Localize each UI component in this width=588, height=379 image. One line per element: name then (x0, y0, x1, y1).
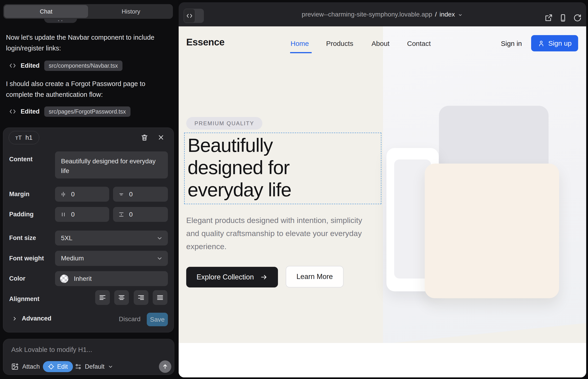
sign-up-button[interactable]: Sign up (531, 35, 578, 51)
font-weight-value: Medium (61, 255, 84, 262)
margin-vertical-icon (118, 191, 124, 198)
hero-description: Elegant products designed with intention… (186, 214, 365, 253)
model-select-label: Default (85, 363, 105, 370)
code-icon (9, 108, 16, 115)
tab-chat-label: Chat (40, 8, 52, 15)
tab-chat[interactable]: Chat (4, 5, 88, 18)
margin-horizontal-input[interactable]: 0 (55, 187, 109, 202)
advanced-label: Advanced (22, 315, 51, 322)
refresh-button[interactable] (573, 14, 582, 22)
padding-horizontal-input[interactable]: 0 (55, 207, 109, 222)
site-logo[interactable]: Essence (186, 37, 225, 48)
delete-element-button[interactable] (140, 133, 149, 142)
explore-collection-label: Explore Collection (197, 273, 254, 281)
arrow-up-icon (162, 363, 168, 370)
font-weight-select[interactable]: Medium (55, 251, 168, 266)
padding-horizontal-value: 0 (71, 211, 75, 218)
chevron-down-icon (156, 235, 163, 241)
nav-link-home[interactable]: Home (291, 40, 309, 47)
editor-footer: Advanced Discard Save (3, 311, 174, 327)
section-below-hero (179, 343, 586, 377)
color-field[interactable]: Inherit (55, 271, 168, 286)
learn-more-button[interactable]: Learn More (286, 266, 343, 287)
margin-vertical-input[interactable]: 0 (113, 187, 168, 202)
attach-label: Attach (22, 363, 40, 370)
padding-vertical-input[interactable]: 0 (113, 207, 168, 222)
margin-vertical-value: 0 (129, 191, 133, 198)
url-separator: / (435, 11, 437, 18)
sidebar-tabbar: Chat History (3, 4, 173, 19)
chevron-down-icon (156, 255, 163, 262)
margin-label: Margin (9, 191, 30, 198)
padding-vertical-icon (118, 211, 124, 218)
composer-input[interactable]: Ask Lovable to modify H1... (11, 346, 92, 354)
padding-horizontal-icon (60, 211, 66, 218)
hero-headline[interactable]: Beautifully designed for everyday life (187, 134, 339, 201)
font-size-label: Font size (9, 235, 36, 242)
chat-sidebar: ·· Chat History Now let's update the Nav… (0, 0, 178, 379)
close-editor-button[interactable] (156, 133, 166, 142)
edit-mode-button[interactable]: Edit (43, 361, 73, 372)
learn-more-label: Learn More (296, 272, 333, 281)
preview-url-domain: preview--charming-site-symphony.lovable.… (302, 11, 432, 18)
edited-file-row: Edited src/components/Navbar.tsx (9, 60, 123, 71)
align-center-button[interactable] (114, 290, 129, 305)
preview-topbar: preview--charming-site-symphony.lovable.… (179, 2, 586, 26)
font-weight-label: Font weight (9, 255, 44, 262)
align-left-icon (99, 294, 107, 301)
premium-quality-badge: PREMIUM QUALITY (186, 117, 262, 130)
tab-history[interactable]: History (89, 4, 173, 19)
save-button[interactable]: Save (147, 313, 168, 326)
user-icon (538, 40, 545, 47)
discard-button[interactable]: Discard (119, 316, 140, 323)
chevron-right-icon (12, 316, 18, 322)
preview-pane: preview--charming-site-symphony.lovable.… (179, 2, 586, 377)
sign-up-label: Sign up (548, 39, 572, 47)
advanced-toggle[interactable]: Advanced (12, 315, 51, 322)
sign-in-button[interactable]: Sign in (501, 40, 522, 47)
nav-link-about[interactable]: About (371, 40, 389, 47)
trash-icon (140, 134, 148, 141)
sliders-icon (75, 363, 82, 370)
mobile-view-button[interactable] (559, 14, 567, 22)
explore-collection-button[interactable]: Explore Collection (186, 267, 278, 287)
padding-vertical-value: 0 (129, 211, 133, 218)
align-right-icon (137, 294, 145, 301)
crosshair-icon (48, 363, 54, 370)
margin-horizontal-value: 0 (71, 191, 75, 198)
file-badge[interactable]: src/pages/ForgotPassword.tsx (44, 107, 130, 117)
preview-url-page: index (439, 11, 455, 18)
image-plus-icon (11, 363, 19, 370)
element-editor-panel: тT h1 Content Beautifully designed for e… (3, 127, 174, 332)
nav-link-contact[interactable]: Contact (407, 40, 431, 47)
content-textarea[interactable]: Beautifully designed for everyday life (55, 151, 168, 178)
font-size-select[interactable]: 5XL (55, 231, 168, 245)
hero-image-card-beige (425, 164, 559, 298)
alignment-label: Alignment (9, 296, 39, 303)
open-in-new-tab-button[interactable] (544, 14, 553, 22)
align-right-button[interactable] (134, 290, 148, 305)
close-icon (157, 134, 165, 141)
edited-file-row: Edited src/pages/ForgotPassword.tsx (9, 106, 130, 117)
content-label: Content (9, 156, 32, 163)
color-value: Inherit (74, 275, 92, 283)
align-left-button[interactable] (95, 290, 110, 305)
model-select[interactable]: Default (75, 361, 113, 372)
chevron-down-icon (458, 12, 463, 18)
nav-link-products[interactable]: Products (326, 40, 353, 47)
align-justify-icon (156, 294, 164, 301)
nav-active-underline (290, 52, 312, 53)
file-badge[interactable]: src/components/Navbar.tsx (44, 61, 123, 71)
align-justify-button[interactable] (153, 290, 167, 305)
tab-history-label: History (122, 8, 140, 15)
color-label: Color (9, 275, 25, 282)
arrow-right-icon (260, 273, 268, 281)
send-button[interactable] (159, 360, 171, 373)
attach-button[interactable]: Attach (11, 361, 40, 372)
edit-mode-label: Edit (57, 363, 68, 370)
site-viewport: Essence Home Products About Contact Sign… (179, 26, 586, 377)
preview-url-bar[interactable]: preview--charming-site-symphony.lovable.… (179, 2, 586, 26)
element-tag-label: h1 (25, 134, 32, 141)
composer-toolbar: Attach Edit Default (3, 361, 174, 372)
chat-composer: Ask Lovable to modify H1... Attach Edit … (3, 339, 174, 375)
